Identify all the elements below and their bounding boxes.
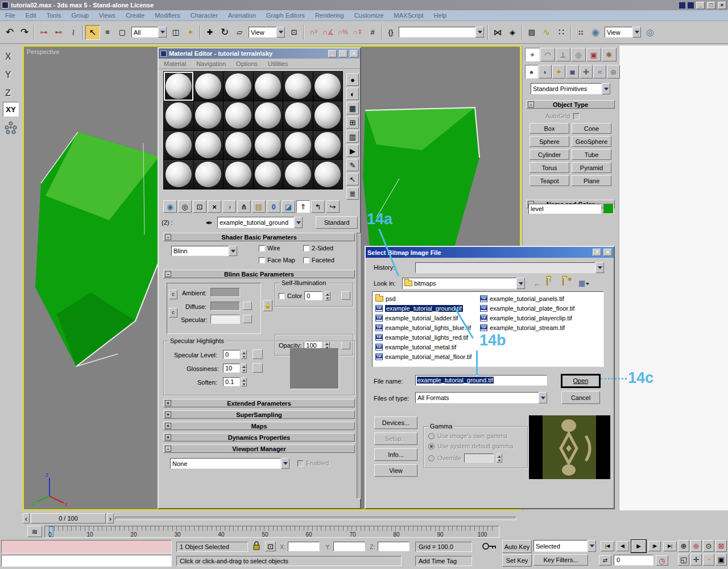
quick-render-button[interactable]: ◎ bbox=[643, 25, 657, 40]
get-material-button[interactable]: ◉ bbox=[163, 200, 177, 213]
category-dropdown[interactable]: Standard Primitives bbox=[531, 83, 610, 94]
select-by-material-button[interactable]: ↖ bbox=[346, 173, 359, 185]
select-object-button[interactable]: ↖ bbox=[85, 25, 100, 40]
open-button[interactable]: Open bbox=[561, 374, 600, 387]
window-crossing-toggle[interactable]: ◫ bbox=[168, 25, 183, 40]
x-field[interactable] bbox=[288, 542, 320, 551]
hierarchy-tab[interactable]: ⊥ bbox=[556, 48, 570, 61]
gamma-override-field[interactable] bbox=[464, 453, 494, 463]
cone-button[interactable]: Cone bbox=[572, 123, 611, 134]
cylinder-button[interactable]: Cylinder bbox=[530, 149, 569, 160]
play-button[interactable]: ▶ bbox=[631, 540, 646, 552]
extended-parameters-rollout[interactable]: +Extended Parameters bbox=[163, 399, 355, 407]
specular-level-field[interactable]: 0 bbox=[223, 350, 240, 359]
backlight-button[interactable]: ◐ bbox=[346, 88, 359, 100]
diffuse-color-swatch[interactable] bbox=[210, 302, 240, 311]
menu-edit[interactable]: Edit bbox=[20, 12, 42, 19]
lights-category-button[interactable]: ✦ bbox=[552, 65, 565, 79]
key-mode-toggle[interactable]: ⇄ bbox=[599, 555, 611, 566]
menu-maxscript[interactable]: MAXScript bbox=[389, 12, 429, 19]
maxscript-listener-white[interactable] bbox=[1, 555, 172, 567]
viewport-manager-rollout[interactable]: -Viewport Manager bbox=[163, 444, 355, 453]
menu-group[interactable]: Group bbox=[66, 12, 94, 19]
file-ladder[interactable]: example_tutorial_ladder.tif bbox=[385, 315, 458, 321]
maps-rollout[interactable]: +Maps bbox=[163, 422, 355, 430]
ambient-diffuse-lock-button[interactable]: c bbox=[169, 290, 177, 299]
material-name-dropdown[interactable]: example_tutorial_ground bbox=[217, 217, 303, 228]
helpers-category-button[interactable]: ✚ bbox=[580, 65, 593, 79]
pyramid-button[interactable]: Pyramid bbox=[572, 162, 611, 173]
dialog-help-button[interactable]: ? bbox=[593, 249, 601, 256]
put-to-library-button[interactable]: ▤ bbox=[252, 200, 266, 213]
reset-material-button[interactable]: × bbox=[208, 200, 221, 213]
menu-graph-editors[interactable]: Graph Editors bbox=[261, 12, 310, 19]
minimize-button[interactable]: _ bbox=[696, 2, 705, 9]
put-material-button[interactable]: ◎ bbox=[178, 200, 192, 213]
utilities-tab[interactable]: ✱ bbox=[602, 48, 617, 61]
view-button[interactable]: View bbox=[374, 464, 417, 477]
select-and-rotate-button[interactable]: ↻ bbox=[217, 25, 232, 40]
assign-material-button[interactable]: ⊡ bbox=[193, 200, 206, 213]
y-field[interactable] bbox=[333, 542, 365, 551]
axis-xy-button[interactable]: XY bbox=[3, 102, 19, 117]
keyboard-override-button[interactable]: # bbox=[365, 25, 380, 40]
bind-to-space-warp-button[interactable]: ≀ bbox=[66, 25, 81, 40]
make-unique-button[interactable]: ⋔ bbox=[237, 200, 251, 213]
maxscript-listener-pink[interactable] bbox=[1, 540, 172, 554]
object-name-input[interactable]: level bbox=[528, 204, 601, 214]
wire-checkbox[interactable] bbox=[259, 245, 265, 251]
files-of-type-dropdown[interactable]: All Formats bbox=[415, 392, 547, 403]
menu-animation[interactable]: Animation bbox=[223, 12, 261, 19]
diffuse-specular-lock-button[interactable]: c bbox=[169, 308, 177, 318]
specular-level-map-button[interactable] bbox=[253, 349, 263, 359]
redo-button[interactable]: ↷ bbox=[17, 25, 32, 40]
material-map-navigator-button[interactable]: ≣ bbox=[346, 187, 359, 200]
cancel-button[interactable]: Cancel bbox=[561, 391, 600, 404]
show-map-in-viewport-button[interactable]: ◪ bbox=[282, 200, 295, 213]
file-plate-floor[interactable]: example_tutorial_plate_floor.tif bbox=[490, 305, 574, 312]
tube-button[interactable]: Tube bbox=[572, 149, 611, 160]
axis-z-button[interactable]: Z bbox=[5, 88, 11, 98]
isolate-key-icon[interactable] bbox=[481, 542, 497, 552]
glossiness-spinner[interactable] bbox=[241, 364, 247, 373]
select-and-move-button[interactable]: ✚ bbox=[202, 25, 217, 40]
sample-uv-tiling-button[interactable]: ⊞ bbox=[346, 116, 359, 129]
set-key-button[interactable]: Set Key bbox=[502, 554, 532, 567]
glossiness-map-button[interactable] bbox=[253, 363, 263, 373]
gamma-system-radio[interactable] bbox=[428, 443, 435, 450]
go-to-sibling-button[interactable]: ↪ bbox=[326, 200, 340, 213]
display-tab[interactable]: ▣ bbox=[586, 48, 601, 61]
unlink-selection-button[interactable]: ⊷ bbox=[51, 25, 66, 40]
devices-button[interactable]: Devices... bbox=[374, 417, 417, 429]
shader-type-dropdown[interactable]: Blinn bbox=[171, 246, 237, 256]
file-lights-blue[interactable]: example_tutorial_lights_blue.tif bbox=[385, 324, 471, 331]
undo-button[interactable]: ↶ bbox=[2, 25, 17, 40]
menu-views[interactable]: Views bbox=[94, 12, 121, 19]
transform-type-in-toggle[interactable]: ⊡ bbox=[265, 541, 276, 551]
gamma-own-radio[interactable] bbox=[428, 433, 435, 439]
current-frame-field[interactable]: 0 bbox=[614, 555, 653, 566]
file-playerclip[interactable]: example_tutorial_playerclip.tif bbox=[490, 315, 572, 321]
create-new-folder-button[interactable]: ✱ bbox=[562, 278, 575, 288]
supersampling-rollout[interactable]: +SuperSampling bbox=[163, 410, 355, 419]
add-time-tag[interactable]: Add Time Tag bbox=[415, 556, 472, 566]
self-illum-spinner[interactable] bbox=[325, 291, 330, 300]
history-dropdown[interactable] bbox=[415, 262, 604, 273]
object-color-swatch[interactable] bbox=[603, 204, 614, 214]
plane-button[interactable]: Plane bbox=[572, 175, 611, 186]
file-panels[interactable]: example_tutorial_panels.tif bbox=[490, 295, 564, 302]
specular-color-swatch[interactable] bbox=[210, 315, 240, 324]
select-by-name-button[interactable]: ≡ bbox=[100, 25, 115, 40]
create-tab[interactable]: ✦ bbox=[525, 48, 540, 61]
reference-coordinate-dropdown[interactable]: View bbox=[249, 27, 285, 38]
me-scrollbar[interactable] bbox=[357, 233, 361, 499]
go-to-parent-button[interactable]: ↰ bbox=[311, 200, 325, 213]
back-button[interactable]: ← bbox=[532, 278, 543, 288]
motion-tab[interactable]: ◎ bbox=[571, 48, 586, 61]
up-one-level-button[interactable]: ↑ bbox=[547, 278, 559, 288]
shader-basic-parameters-rollout[interactable]: -Shader Basic Parameters bbox=[163, 233, 355, 241]
time-configuration-button[interactable]: ◷ bbox=[656, 555, 668, 566]
render-scene-button[interactable]: ◉ bbox=[588, 25, 603, 40]
file-stream[interactable]: example_tutorial_stream.tif bbox=[490, 324, 565, 331]
video-color-check-button[interactable]: ▥ bbox=[346, 130, 359, 143]
